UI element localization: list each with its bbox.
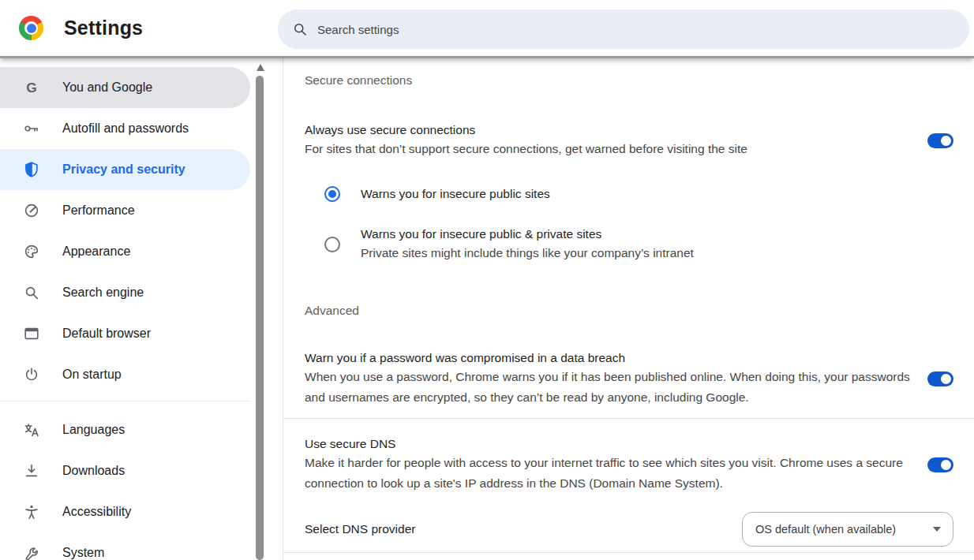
always-secure-toggle[interactable]	[927, 133, 953, 148]
content-divider	[283, 418, 974, 419]
key-icon	[23, 120, 40, 137]
section-title-advanced: Advanced	[305, 301, 953, 320]
sidebar-item-accessibility[interactable]: Accessibility	[0, 491, 250, 532]
privacy-security-content: Secure connections Always use secure con…	[283, 58, 974, 560]
sidebar-item-label: Performance	[62, 203, 135, 218]
sidebar-item-system[interactable]: System	[0, 532, 250, 560]
sidebar-item-label: On startup	[62, 368, 122, 382]
settings-header: Settings	[0, 0, 974, 58]
radio-public-private-sublabel: Private sites might include things like …	[361, 243, 694, 263]
sidebar-item-label: Languages	[62, 423, 125, 437]
chevron-down-icon	[933, 527, 941, 532]
password-breach-row: Warn you if a password was compromised i…	[305, 349, 953, 408]
sidebar-item-label: Privacy and security	[62, 162, 185, 177]
dns-provider-label: Select DNS provider	[305, 521, 415, 538]
sidebar-item-label: Default browser	[62, 327, 151, 341]
power-icon	[23, 366, 40, 383]
radio-public-sites[interactable]	[324, 186, 340, 202]
scrollbar-thumb[interactable]	[256, 76, 264, 560]
radio-row-public-private[interactable]: Warns you for insecure public & private …	[324, 226, 953, 263]
sidebar-item-label: You and Google	[62, 80, 152, 95]
sidebar-item-label: Search engine	[62, 286, 144, 300]
always-secure-title: Always use secure connections	[305, 121, 747, 139]
search-bar[interactable]	[278, 9, 969, 49]
sidebar-item-you-and-google[interactable]: G You and Google	[0, 67, 250, 108]
dns-provider-row: Select DNS provider OS default (when ava…	[305, 511, 953, 547]
search-icon	[292, 21, 308, 37]
translate-icon	[23, 421, 40, 439]
sidebar-item-on-startup[interactable]: On startup	[0, 354, 250, 395]
sidebar-item-default-browser[interactable]: Default browser	[0, 313, 250, 354]
radio-public-private-label: Warns you for insecure public & private …	[361, 226, 694, 243]
chrome-logo-icon	[19, 16, 43, 40]
section-title-secure-connections: Secure connections	[305, 71, 953, 90]
radio-row-public[interactable]: Warns you for insecure public sites	[324, 178, 953, 210]
dns-provider-select[interactable]: OS default (when available)	[742, 512, 953, 547]
accessibility-person-icon	[23, 503, 40, 521]
toggle-knob	[941, 460, 951, 470]
shield-icon	[23, 161, 40, 178]
sidebar-item-privacy-and-security[interactable]: Privacy and security	[0, 149, 250, 190]
password-breach-toggle[interactable]	[927, 371, 953, 386]
password-breach-title: Warn you if a password was compromised i…	[305, 349, 911, 367]
download-icon	[23, 462, 40, 480]
sidebar-item-autofill[interactable]: Autofill and passwords	[0, 108, 250, 149]
palette-icon	[23, 243, 40, 260]
toggle-knob	[941, 136, 951, 146]
radio-public-label: Warns you for insecure public sites	[361, 185, 550, 203]
sidebar-item-label: System	[62, 546, 104, 560]
google-g-icon: G	[23, 79, 40, 96]
wrench-icon	[23, 544, 40, 560]
svg-text:G: G	[26, 80, 37, 95]
content-divider	[283, 552, 974, 553]
sidebar-item-label: Appearance	[62, 245, 130, 259]
toggle-knob	[941, 374, 951, 384]
page-title: Settings	[64, 17, 143, 39]
sidebar-item-downloads[interactable]: Downloads	[0, 450, 250, 491]
radio-public-private-sites[interactable]	[324, 237, 340, 252]
secure-dns-subtitle: Make it harder for people with access to…	[305, 453, 911, 494]
speedometer-icon	[23, 202, 40, 219]
sidebar-item-search-engine[interactable]: Search engine	[0, 272, 250, 313]
sidebar-scrollbar[interactable]	[255, 58, 265, 560]
sidebar-item-label: Accessibility	[62, 505, 131, 519]
magnifier-icon	[23, 284, 40, 301]
search-input[interactable]	[316, 22, 969, 37]
dns-provider-value: OS default (when available)	[755, 523, 896, 536]
always-secure-subtitle: For sites that don’t support secure conn…	[305, 139, 747, 159]
sidebar-item-label: Autofill and passwords	[62, 121, 189, 136]
sidebar-item-performance[interactable]: Performance	[0, 190, 250, 231]
browser-window-icon	[23, 325, 40, 342]
sidebar-divider	[0, 401, 251, 401]
always-secure-row: Always use secure connections For sites …	[305, 121, 953, 159]
scrollbar-up-arrow-icon[interactable]	[257, 64, 264, 71]
sidebar-item-languages[interactable]: Languages	[0, 409, 250, 450]
sidebar-item-appearance[interactable]: Appearance	[0, 231, 250, 272]
secure-dns-row: Use secure DNS Make it harder for people…	[305, 435, 953, 494]
password-breach-subtitle: When you use a password, Chrome warns yo…	[305, 367, 911, 408]
settings-sidebar: G You and Google Autofill and passwords …	[0, 58, 283, 560]
secure-dns-toggle[interactable]	[927, 457, 953, 472]
secure-dns-title: Use secure DNS	[305, 435, 911, 453]
sidebar-item-label: Downloads	[62, 464, 125, 478]
